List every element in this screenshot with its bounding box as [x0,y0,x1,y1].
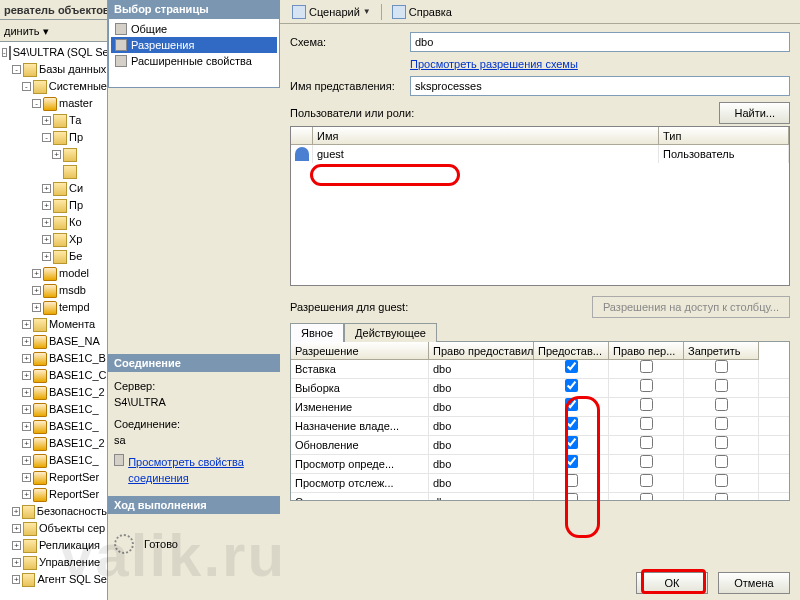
perm-col-grant[interactable]: Предостав... [534,342,609,360]
expand-icon[interactable]: + [42,252,51,261]
tree-node[interactable]: +BASE1C_C [2,367,107,384]
grant-checkbox[interactable] [565,360,578,373]
deny-checkbox[interactable] [715,417,728,430]
tree-node[interactable]: -master [2,95,107,112]
deny-checkbox[interactable] [715,493,728,501]
page-selector-list[interactable]: ОбщиеРазрешенияРасширенные свойства [108,18,280,88]
expand-icon[interactable]: + [42,218,51,227]
expand-icon[interactable]: + [22,439,31,448]
view-name-input[interactable]: sksprocesses [410,76,790,96]
tree-node[interactable]: +BASE1C_2 [2,435,107,452]
page-selector-item[interactable]: Общие [111,21,277,37]
schema-input[interactable]: dbo [410,32,790,52]
expand-icon[interactable]: - [42,133,51,142]
permission-row[interactable]: Вставкаdbo [291,360,789,379]
users-col-type[interactable]: Тип [659,127,789,145]
help-button[interactable]: Справка [386,2,458,22]
expand-icon[interactable]: + [22,473,31,482]
permission-row[interactable]: Назначение владе...dbo [291,417,789,436]
expand-icon[interactable]: - [12,65,21,74]
withgrant-checkbox[interactable] [640,360,653,373]
expand-icon[interactable]: + [22,456,31,465]
tree-node[interactable]: +BASE_NA [2,333,107,350]
object-explorer-toolbar[interactable]: динить ▾ [0,20,107,42]
script-button[interactable]: Сценарий ▼ [286,2,377,22]
expand-icon[interactable]: + [22,337,31,346]
permissions-grid[interactable]: Разрешение Право предоставил Предостав..… [290,341,790,501]
view-connection-link[interactable]: Просмотреть свойства соединения [128,454,274,486]
perm-col-grantor[interactable]: Право предоставил [429,342,534,360]
expand-icon[interactable]: + [22,371,31,380]
withgrant-checkbox[interactable] [640,455,653,468]
ok-button[interactable]: ОК [636,572,708,594]
tree-node[interactable]: -Системные [2,78,107,95]
find-button[interactable]: Найти... [719,102,790,124]
tree-node[interactable]: +BASE1C_ [2,418,107,435]
tree-node[interactable]: +Пр [2,197,107,214]
permission-row[interactable]: Просмотр опреде...dbo [291,455,789,474]
grant-checkbox[interactable] [565,379,578,392]
page-selector-item[interactable]: Расширенные свойства [111,53,277,69]
withgrant-checkbox[interactable] [640,436,653,449]
withgrant-checkbox[interactable] [640,493,653,501]
tree-node[interactable]: +model [2,265,107,282]
grant-checkbox[interactable] [565,474,578,487]
tree-node[interactable]: +ReportSer [2,486,107,503]
grant-checkbox[interactable] [565,398,578,411]
perm-col-withgrant[interactable]: Право пер... [609,342,684,360]
grant-checkbox[interactable] [565,417,578,430]
expand-icon[interactable]: + [42,201,51,210]
tree-node[interactable]: +Та [2,112,107,129]
expand-icon[interactable]: + [12,558,21,567]
expand-icon[interactable]: + [32,303,41,312]
tab-explicit[interactable]: Явное [290,323,344,342]
tree-node[interactable]: +Си [2,180,107,197]
expand-icon[interactable]: + [12,507,20,516]
expand-icon[interactable]: + [22,388,31,397]
expand-icon[interactable]: + [32,269,41,278]
tree-node[interactable]: +Репликация [2,537,107,554]
deny-checkbox[interactable] [715,360,728,373]
expand-icon[interactable]: + [42,235,51,244]
tree-node[interactable]: +Агент SQL Se [2,571,107,588]
expand-icon[interactable]: + [52,150,61,159]
expand-icon[interactable]: + [32,286,41,295]
tree-node[interactable]: -Базы данных [2,61,107,78]
expand-icon[interactable]: + [22,354,31,363]
tree-node[interactable]: +Ко [2,214,107,231]
expand-icon[interactable]: - [22,82,31,91]
tree-node[interactable]: +Момента [2,316,107,333]
grant-checkbox[interactable] [565,493,578,501]
expand-icon[interactable]: - [2,48,7,57]
tree-node[interactable]: +Бе [2,248,107,265]
view-schema-permissions-link[interactable]: Просмотреть разрешения схемы [410,58,578,70]
tree-node[interactable]: +BASE1C_B [2,350,107,367]
tree-node[interactable]: +Безопасность [2,503,107,520]
expand-icon[interactable]: - [32,99,41,108]
deny-checkbox[interactable] [715,379,728,392]
column-permissions-button[interactable]: Разрешения на доступ к столбцу... [592,296,790,318]
tree-node[interactable]: +ReportSer [2,469,107,486]
permission-row[interactable]: Просмотр отслеж...dbo [291,474,789,493]
deny-checkbox[interactable] [715,474,728,487]
withgrant-checkbox[interactable] [640,417,653,430]
expand-icon[interactable]: + [22,490,31,499]
tree-node[interactable]: +BASE1C_ [2,401,107,418]
tree-node[interactable]: -S4\ULTRA (SQL Se [2,44,107,61]
tree-node[interactable]: + [2,146,107,163]
expand-icon[interactable]: + [12,575,20,584]
deny-checkbox[interactable] [715,455,728,468]
tree-node[interactable]: +Объекты сер [2,520,107,537]
grant-checkbox[interactable] [565,436,578,449]
deny-checkbox[interactable] [715,436,728,449]
expand-icon[interactable]: + [22,405,31,414]
object-tree[interactable]: -S4\ULTRA (SQL Se-Базы данных-Системные-… [0,42,107,590]
withgrant-checkbox[interactable] [640,474,653,487]
grant-checkbox[interactable] [565,455,578,468]
tree-node[interactable]: +tempd [2,299,107,316]
tree-node[interactable]: +BASE1C_ [2,452,107,469]
cancel-button[interactable]: Отмена [718,572,790,594]
tree-node[interactable] [2,163,107,180]
perm-col-permission[interactable]: Разрешение [291,342,429,360]
tree-node[interactable]: +Хр [2,231,107,248]
